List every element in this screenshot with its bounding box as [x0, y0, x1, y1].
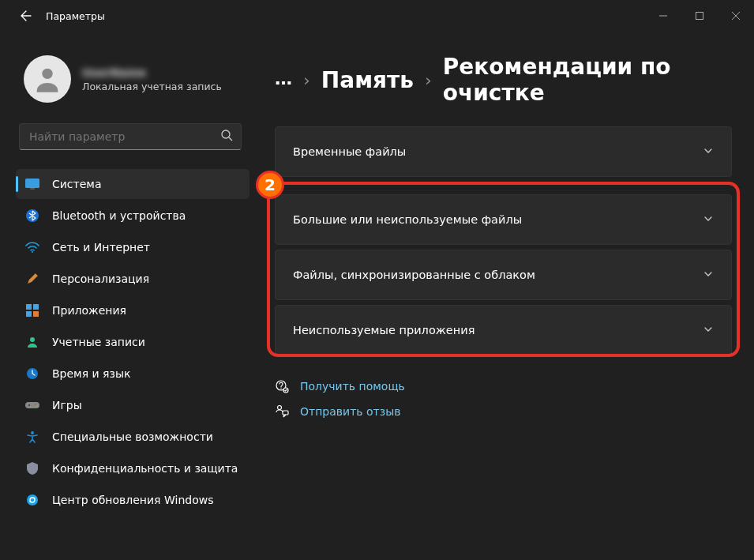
maximize-icon: [696, 12, 703, 20]
svg-rect-13: [25, 402, 39, 408]
card-large-files[interactable]: Большие или неиспользуемые файлы: [275, 194, 732, 245]
close-button[interactable]: [718, 3, 754, 28]
bluetooth-icon: [25, 209, 39, 223]
close-icon: [732, 12, 740, 20]
nav-accounts[interactable]: Учетные записи: [16, 327, 249, 357]
svg-point-2: [222, 130, 230, 138]
help-link[interactable]: Получить помощь: [300, 380, 405, 393]
card-temp-files[interactable]: Временные файлы: [275, 126, 732, 177]
svg-point-6: [32, 251, 33, 253]
search-box[interactable]: [19, 123, 242, 150]
feedback-icon: [275, 404, 289, 419]
svg-point-20: [280, 388, 281, 389]
window-controls: [645, 3, 754, 28]
update-icon: [25, 493, 39, 507]
window-title: Параметры: [46, 10, 105, 22]
svg-point-14: [28, 404, 30, 406]
nav-update[interactable]: Центр обновления Windows: [16, 485, 249, 515]
breadcrumb: … › Память › Рекомендации по очистке: [275, 54, 732, 106]
search-input[interactable]: [29, 130, 220, 143]
user-subtitle: Локальная учетная запись: [82, 81, 222, 92]
minimize-icon: [659, 12, 667, 20]
chevron-down-icon: [703, 213, 714, 227]
chevron-right-icon: ›: [425, 70, 432, 90]
user-block[interactable]: UserName Локальная учетная запись: [8, 39, 253, 120]
svg-rect-23: [283, 411, 288, 415]
user-name: UserName: [82, 66, 222, 79]
chevron-down-icon: [703, 269, 714, 282]
svg-rect-3: [25, 179, 39, 188]
svg-point-22: [278, 406, 282, 410]
breadcrumb-more[interactable]: …: [275, 69, 292, 92]
brush-icon: [25, 272, 39, 286]
card-label: Временные файлы: [293, 145, 406, 158]
nav-label: Время и язык: [52, 367, 130, 380]
nav-label: Bluetooth и устройства: [52, 209, 186, 222]
nav-privacy[interactable]: Конфиденциальность и защита: [16, 453, 249, 483]
svg-rect-4: [30, 188, 35, 190]
person-icon: [25, 335, 39, 349]
breadcrumb-current: Рекомендации по очистке: [443, 54, 732, 106]
svg-rect-9: [26, 311, 32, 317]
nav-label: Специальные возможности: [52, 430, 213, 443]
nav-label: Сеть и Интернет: [52, 241, 150, 254]
clock-icon: [25, 366, 39, 381]
svg-point-1: [42, 69, 52, 79]
chevron-down-icon: [703, 324, 714, 337]
card-list: Временные файлы Большие или неиспользуем…: [275, 126, 732, 355]
titlebar: Параметры: [0, 0, 754, 32]
wifi-icon: [25, 240, 39, 254]
help-link-row: Получить помощь: [275, 379, 732, 393]
nav-label: Система: [52, 178, 101, 190]
back-button[interactable]: [14, 4, 38, 28]
card-label: Файлы, синхронизированные с облаком: [293, 269, 535, 281]
svg-rect-8: [33, 304, 39, 310]
sidebar: UserName Локальная учетная запись Систем…: [0, 32, 253, 560]
nav-personalization[interactable]: Персонализация: [16, 264, 249, 294]
nav-label: Персонализация: [52, 272, 149, 285]
nav-apps[interactable]: Приложения: [16, 295, 249, 325]
gamepad-icon: [25, 398, 39, 412]
footer-links: Получить помощь Отправить отзыв: [275, 379, 732, 419]
nav-system[interactable]: Система: [16, 169, 249, 199]
nav-bluetooth[interactable]: Bluetooth и устройства: [16, 201, 249, 231]
main: … › Память › Рекомендации по очистке Вре…: [253, 32, 754, 560]
monitor-icon: [25, 177, 39, 191]
nav-time[interactable]: Время и язык: [16, 359, 249, 389]
nav-gaming[interactable]: Игры: [16, 390, 249, 420]
svg-point-11: [30, 337, 35, 342]
nav-label: Конфиденциальность и защита: [52, 462, 238, 475]
svg-rect-0: [696, 13, 703, 20]
nav-accessibility[interactable]: Специальные возможности: [16, 422, 249, 452]
nav-label: Игры: [52, 399, 82, 412]
chevron-right-icon: ›: [303, 70, 310, 90]
card-cloud-files[interactable]: Файлы, синхронизированные с облаком: [275, 250, 732, 300]
feedback-link-row: Отправить отзыв: [275, 404, 732, 419]
nav-network[interactable]: Сеть и Интернет: [16, 232, 249, 262]
svg-point-15: [35, 404, 36, 405]
svg-rect-10: [33, 311, 39, 317]
arrow-left-icon: [20, 9, 32, 22]
svg-point-16: [36, 405, 38, 407]
apps-icon: [25, 303, 39, 318]
card-label: Большие или неиспользуемые файлы: [293, 213, 522, 226]
card-unused-apps[interactable]: Неиспользуемые приложения: [275, 305, 732, 355]
chevron-down-icon: [703, 145, 714, 159]
breadcrumb-parent[interactable]: Память: [321, 67, 414, 93]
card-label: Неиспользуемые приложения: [293, 324, 475, 336]
nav-label: Приложения: [52, 304, 126, 317]
accessibility-icon: [25, 430, 39, 444]
svg-point-18: [27, 494, 38, 506]
nav-label: Центр обновления Windows: [52, 494, 213, 506]
minimize-button[interactable]: [645, 3, 681, 28]
nav: Система Bluetooth и устройства Сеть и Ин…: [8, 169, 253, 515]
nav-label: Учетные записи: [52, 336, 145, 348]
search-icon: [220, 129, 233, 145]
user-icon: [32, 63, 63, 95]
svg-point-17: [31, 431, 34, 434]
maximize-button[interactable]: [681, 3, 718, 28]
feedback-link[interactable]: Отправить отзыв: [300, 405, 400, 418]
shield-icon: [25, 461, 39, 475]
help-icon: [275, 379, 289, 393]
avatar: [24, 55, 71, 103]
